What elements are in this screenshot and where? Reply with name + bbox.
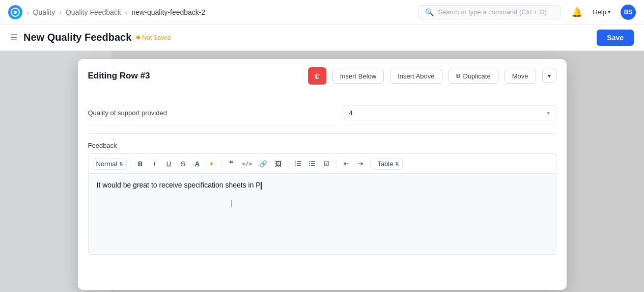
svg-point-12	[309, 163, 310, 164]
move-button[interactable]: Move	[505, 69, 536, 84]
help-menu[interactable]: Help ▾	[593, 8, 610, 16]
not-saved-badge: Not Saved	[136, 34, 171, 41]
table-select[interactable]: Table ⇅	[374, 158, 403, 170]
insert-above-label: Insert Above	[398, 72, 434, 80]
insert-below-button[interactable]: Insert Below	[332, 69, 384, 84]
quote-button[interactable]: ❝	[225, 157, 238, 170]
field-value-dropdown[interactable]: 4 ▾	[343, 105, 556, 120]
toolbar-sep-1	[130, 159, 130, 168]
ordered-list-button[interactable]: 1 2 3	[291, 157, 304, 170]
image-button[interactable]: 🖼	[271, 157, 285, 170]
modal-overlay: Editing Row #3 🗑 Insert Below Insert Abo…	[0, 51, 644, 292]
svg-point-11	[309, 161, 310, 162]
cursor-position-indicator: |	[231, 199, 233, 207]
breadcrumb-sep-1: ›	[26, 8, 29, 16]
chevron-down-icon: ▾	[548, 72, 551, 79]
app-logo[interactable]	[8, 5, 22, 19]
topbar: › Quality › Quality Feedback › new-quali…	[0, 0, 644, 24]
field-row-quality: Quality of support provided 4 ▾	[88, 101, 556, 125]
bullet-list-button[interactable]	[305, 157, 319, 170]
subheader: ☰ New Quality Feedback Not Saved Save	[0, 24, 644, 51]
editor-content-area[interactable]: It would be great to receive specificati…	[88, 173, 556, 255]
format-select[interactable]: Normal ⇅	[93, 158, 127, 170]
bold-button[interactable]: B	[133, 157, 147, 170]
menu-icon[interactable]: ☰	[10, 33, 17, 42]
section-divider	[88, 133, 556, 134]
search-bar[interactable]: 🔍 Search or type a command (Ctrl + G)	[418, 5, 561, 19]
not-saved-label: Not Saved	[142, 34, 171, 41]
checklist-button[interactable]: ☑	[320, 157, 333, 170]
search-placeholder-text: Search or type a command (Ctrl + G)	[438, 8, 547, 16]
table-chevron-icon: ⇅	[395, 161, 399, 167]
table-label: Table	[377, 160, 393, 168]
user-avatar[interactable]: BS	[621, 5, 636, 20]
highlight-button[interactable]: ✦	[205, 157, 218, 170]
breadcrumb-current: new-quality-feedback-2	[132, 8, 206, 16]
link-button[interactable]: 🔗	[256, 157, 270, 170]
save-button[interactable]: Save	[597, 30, 634, 46]
duplicate-button[interactable]: ⧉ Duplicate	[449, 69, 498, 84]
underline-button[interactable]: U	[162, 157, 175, 170]
svg-point-1	[14, 11, 17, 14]
format-select-chevron-icon: ⇅	[119, 161, 123, 167]
breadcrumb-sep-3: ›	[125, 8, 128, 16]
toolbar-sep-3	[288, 159, 288, 168]
text-cursor	[261, 182, 262, 190]
format-select-value: Normal	[96, 160, 118, 168]
edit-row-modal: Editing Row #3 🗑 Insert Below Insert Abo…	[78, 59, 567, 290]
code-button[interactable]: </>	[239, 157, 255, 170]
more-options-button[interactable]: ▾	[542, 69, 556, 83]
insert-above-button[interactable]: Insert Above	[390, 69, 442, 84]
strikethrough-button[interactable]: S	[176, 157, 189, 170]
help-label: Help	[593, 8, 606, 16]
not-saved-dot	[136, 36, 140, 39]
italic-button[interactable]: I	[148, 157, 161, 170]
delete-button[interactable]: 🗑	[308, 67, 326, 85]
editor-text: It would be great to receive specificati…	[97, 181, 261, 189]
svg-point-13	[309, 165, 310, 166]
field-value-text: 4	[349, 109, 353, 117]
trash-icon: 🗑	[314, 72, 321, 80]
feedback-section-label: Feedback	[88, 142, 556, 149]
toolbar-sep-5	[370, 159, 371, 168]
duplicate-icon: ⧉	[456, 72, 461, 79]
text-color-button[interactable]: A	[190, 157, 204, 170]
main-area: Editing Row #3 🗑 Insert Below Insert Abo…	[0, 51, 644, 292]
modal-body: Quality of support provided 4 ▾ Feedback…	[78, 93, 567, 290]
svg-text:3: 3	[295, 164, 296, 167]
modal-title: Editing Row #3	[88, 71, 302, 81]
outdent-button[interactable]: ⇥	[354, 157, 367, 170]
search-icon: 🔍	[425, 8, 434, 16]
breadcrumb-quality[interactable]: Quality	[33, 8, 55, 16]
editor-toolbar: Normal ⇅ B I U S A ✦ ❝ </> 🔗	[88, 153, 556, 173]
breadcrumb-sep-2: ›	[59, 8, 62, 16]
breadcrumb-quality-feedback[interactable]: Quality Feedback	[66, 8, 121, 16]
notification-bell-icon[interactable]: 🔔	[571, 7, 582, 18]
indent-button[interactable]: ⇤	[340, 157, 353, 170]
modal-header: Editing Row #3 🗑 Insert Below Insert Abo…	[78, 59, 567, 93]
field-label-quality: Quality of support provided	[88, 109, 343, 117]
feedback-section: Feedback Normal ⇅ B I U S A ✦	[88, 142, 556, 255]
help-chevron-icon: ▾	[608, 9, 610, 15]
duplicate-label: Duplicate	[463, 72, 491, 80]
field-value-chevron-icon: ▾	[547, 110, 550, 117]
page-title: New Quality Feedback	[23, 32, 131, 43]
insert-below-label: Insert Below	[340, 72, 377, 80]
toolbar-sep-4	[336, 159, 337, 168]
toolbar-sep-2	[221, 159, 221, 168]
